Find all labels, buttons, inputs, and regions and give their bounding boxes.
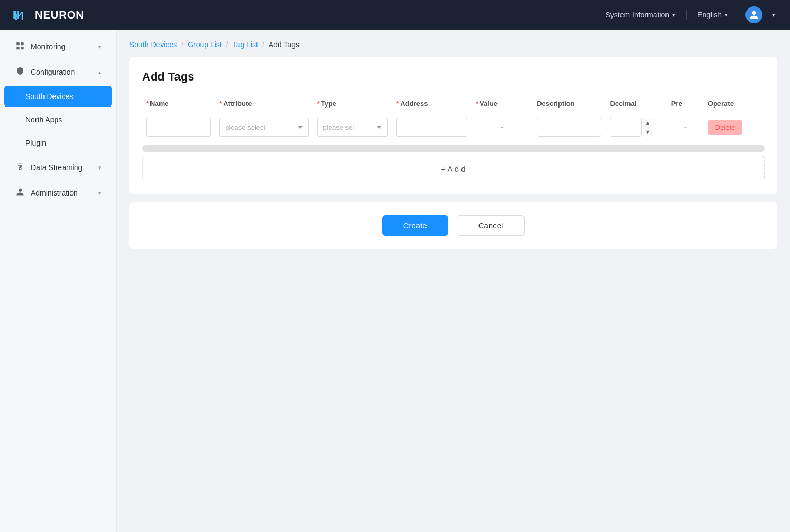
operate-cell: Delete (704, 113, 765, 141)
system-info-button[interactable]: System Information ▾ (601, 8, 680, 21)
col-header-operate: Operate (704, 94, 765, 113)
col-header-type: *Type (313, 94, 393, 113)
description-input[interactable] (537, 118, 601, 137)
decimal-cell: ▲ ▼ (606, 113, 667, 141)
table-body: please select please sel (142, 113, 765, 141)
attribute-cell: please select (215, 113, 313, 141)
value-cell: - (472, 113, 532, 141)
sidebar-north-apps-label: North Apps (25, 116, 101, 124)
topnav-left: N NEURON (11, 5, 84, 24)
svg-rect-5 (16, 42, 19, 45)
svg-rect-6 (21, 42, 23, 45)
create-button[interactable]: Create (382, 215, 448, 236)
sidebar-item-monitoring[interactable]: Monitoring ▾ (4, 35, 112, 58)
tag-table: *Name *Attribute *Type *Address (142, 94, 765, 141)
sidebar-item-administration[interactable]: Administration ▾ (4, 181, 112, 205)
decimal-spinners: ▲ ▼ (643, 119, 652, 136)
precision-dash: - (684, 123, 687, 131)
col-header-description: Description (532, 94, 606, 113)
sidebar-item-configuration[interactable]: Configuration ▴ (4, 60, 112, 84)
breadcrumb-sep-3: / (262, 40, 264, 49)
sidebar-monitoring-label: Monitoring (31, 42, 93, 51)
col-header-name: *Name (142, 94, 215, 113)
name-cell (142, 113, 215, 141)
sidebar-item-plugin[interactable]: Plugin (4, 132, 112, 154)
sidebar-item-south-devices[interactable]: South Devices (4, 86, 112, 107)
decimal-stepper: ▲ ▼ (610, 118, 662, 137)
col-header-attribute: *Attribute (215, 94, 313, 113)
sidebar-south-devices-label: South Devices (25, 92, 101, 101)
value-dash: - (501, 123, 503, 131)
decimal-input[interactable] (610, 118, 642, 137)
precision-cell: - (667, 113, 704, 141)
add-row-label: + A d d (441, 164, 465, 173)
table-row: please select please sel (142, 113, 765, 141)
avatar[interactable] (745, 6, 762, 23)
nav-divider (686, 10, 687, 20)
user-chevron: ▾ (772, 12, 775, 19)
breadcrumb-current: Add Tags (269, 40, 299, 49)
name-input[interactable] (146, 118, 211, 137)
breadcrumb-group-list[interactable]: Group List (188, 40, 222, 49)
svg-point-9 (19, 167, 21, 170)
decimal-up-button[interactable]: ▲ (643, 119, 652, 127)
add-tags-card: Add Tags *Name *Attribute *Type (129, 57, 777, 194)
configuration-icon (15, 67, 25, 77)
svg-rect-7 (16, 47, 19, 49)
breadcrumb-sep-2: / (226, 40, 228, 49)
table-header: *Name *Attribute *Type *Address (142, 94, 765, 113)
col-header-value: *Value (472, 94, 532, 113)
sidebar: Monitoring ▾ Configuration ▴ South Devic… (0, 30, 117, 532)
logo-text: NEURON (35, 9, 84, 21)
logo-icon: N (11, 5, 30, 24)
administration-icon (15, 188, 25, 198)
add-row-button[interactable]: + A d d (142, 156, 765, 181)
configuration-chevron: ▴ (98, 69, 101, 76)
administration-chevron: ▾ (98, 190, 101, 197)
col-header-address: *Address (392, 94, 472, 113)
monitoring-chevron: ▾ (98, 43, 101, 50)
language-label: English (697, 11, 722, 19)
sidebar-item-data-streaming[interactable]: Data Streaming ▾ (4, 156, 112, 179)
breadcrumb-south-devices[interactable]: South Devices (129, 40, 177, 49)
layout: Monitoring ▾ Configuration ▴ South Devic… (0, 30, 790, 532)
attribute-select[interactable]: please select (219, 118, 308, 137)
sidebar-administration-label: Administration (31, 189, 93, 197)
col-header-decimal: Decimal (606, 94, 667, 113)
type-select[interactable]: please sel (317, 118, 388, 137)
address-input[interactable] (396, 118, 467, 137)
svg-rect-8 (21, 47, 23, 49)
type-cell: please sel (313, 113, 393, 141)
breadcrumb-tag-list[interactable]: Tag List (233, 40, 258, 49)
header-row: *Name *Attribute *Type *Address (142, 94, 765, 113)
description-cell (532, 113, 606, 141)
sidebar-data-streaming-label: Data Streaming (31, 163, 93, 172)
action-card: Create Cancel (129, 202, 777, 249)
sidebar-plugin-label: Plugin (25, 139, 101, 147)
address-cell (392, 113, 472, 141)
topnav: N NEURON System Information ▾ English ▾ … (0, 0, 790, 30)
main-content: South Devices / Group List / Tag List / … (117, 30, 790, 532)
sidebar-configuration-label: Configuration (31, 68, 93, 76)
breadcrumb-sep-1: / (181, 40, 183, 49)
user-menu-button[interactable]: ▾ (767, 10, 779, 21)
decimal-down-button[interactable]: ▼ (643, 128, 652, 136)
system-info-label: System Information (605, 11, 669, 19)
data-streaming-icon (15, 162, 25, 173)
data-streaming-chevron: ▾ (98, 164, 101, 171)
topnav-right: System Information ▾ English ▾ ▾ (601, 6, 779, 23)
col-header-precision: Pre (667, 94, 704, 113)
system-info-chevron: ▾ (672, 12, 676, 19)
tag-table-wrap: *Name *Attribute *Type *Address (142, 94, 765, 141)
monitoring-icon (15, 41, 25, 52)
nav-divider-2 (739, 10, 739, 20)
sidebar-item-north-apps[interactable]: North Apps (4, 109, 112, 130)
breadcrumb: South Devices / Group List / Tag List / … (129, 40, 777, 49)
cancel-button[interactable]: Cancel (457, 215, 525, 236)
delete-button[interactable]: Delete (708, 120, 743, 135)
language-chevron: ▾ (725, 12, 728, 19)
language-button[interactable]: English ▾ (693, 8, 732, 21)
horizontal-scrollbar[interactable] (142, 145, 765, 152)
page-title: Add Tags (142, 70, 765, 84)
